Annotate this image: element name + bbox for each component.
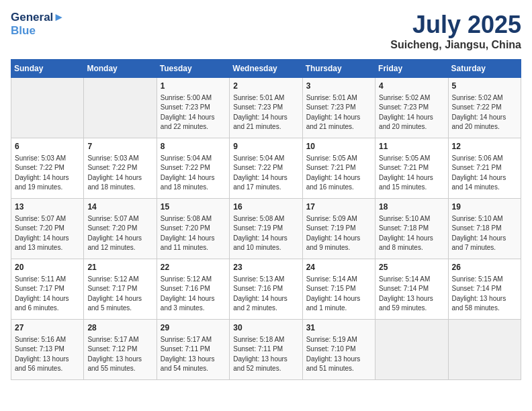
weekday-header: Friday <box>375 60 448 78</box>
weekday-header: Wednesday <box>230 60 302 78</box>
day-info: Sunrise: 5:11 AMSunset: 7:17 PMDaylight:… <box>15 275 80 314</box>
day-number: 14 <box>87 201 152 213</box>
location-title: Suicheng, Jiangsu, China <box>390 39 521 51</box>
day-info: Sunrise: 5:02 AMSunset: 7:22 PMDaylight:… <box>452 93 517 132</box>
calendar-cell: 9Sunrise: 5:04 AMSunset: 7:22 PMDaylight… <box>230 138 302 199</box>
calendar-cell: 7Sunrise: 5:03 AMSunset: 7:22 PMDaylight… <box>84 138 157 199</box>
day-info: Sunrise: 5:14 AMSunset: 7:15 PMDaylight:… <box>306 275 371 314</box>
calendar-cell: 22Sunrise: 5:12 AMSunset: 7:16 PMDayligh… <box>157 259 229 320</box>
logo-subtext: Blue <box>11 24 64 38</box>
day-info: Sunrise: 5:04 AMSunset: 7:22 PMDaylight:… <box>161 154 226 193</box>
calendar-cell <box>448 320 521 380</box>
day-info: Sunrise: 5:05 AMSunset: 7:21 PMDaylight:… <box>306 154 371 193</box>
day-info: Sunrise: 5:19 AMSunset: 7:10 PMDaylight:… <box>306 335 371 374</box>
calendar-cell: 16Sunrise: 5:08 AMSunset: 7:19 PMDayligh… <box>230 199 302 259</box>
day-number: 25 <box>379 262 444 273</box>
day-info: Sunrise: 5:13 AMSunset: 7:16 PMDaylight:… <box>233 275 298 314</box>
day-info: Sunrise: 5:09 AMSunset: 7:19 PMDaylight:… <box>306 214 371 253</box>
day-number: 11 <box>379 141 444 152</box>
weekday-header: Sunday <box>11 60 84 78</box>
day-number: 6 <box>15 141 80 152</box>
calendar-cell: 14Sunrise: 5:07 AMSunset: 7:20 PMDayligh… <box>84 199 157 259</box>
calendar-cell: 27Sunrise: 5:16 AMSunset: 7:13 PMDayligh… <box>11 320 84 380</box>
calendar-cell: 3Sunrise: 5:01 AMSunset: 7:23 PMDaylight… <box>302 78 375 138</box>
calendar-cell: 11Sunrise: 5:05 AMSunset: 7:21 PMDayligh… <box>375 138 448 199</box>
calendar-cell: 25Sunrise: 5:14 AMSunset: 7:14 PMDayligh… <box>375 259 448 320</box>
calendar-week-row: 20Sunrise: 5:11 AMSunset: 7:17 PMDayligh… <box>11 259 521 320</box>
day-info: Sunrise: 5:04 AMSunset: 7:22 PMDaylight:… <box>233 154 298 193</box>
calendar-cell: 12Sunrise: 5:06 AMSunset: 7:21 PMDayligh… <box>448 138 521 199</box>
calendar-cell: 28Sunrise: 5:17 AMSunset: 7:12 PMDayligh… <box>84 320 157 380</box>
day-info: Sunrise: 5:01 AMSunset: 7:23 PMDaylight:… <box>233 93 298 132</box>
day-number: 3 <box>306 81 371 92</box>
weekday-header-row: SundayMondayTuesdayWednesdayThursdayFrid… <box>11 60 521 78</box>
logo: General► Blue <box>11 11 64 38</box>
day-info: Sunrise: 5:12 AMSunset: 7:16 PMDaylight:… <box>161 275 226 314</box>
weekday-header: Saturday <box>448 60 521 78</box>
weekday-header: Thursday <box>302 60 375 78</box>
day-info: Sunrise: 5:03 AMSunset: 7:22 PMDaylight:… <box>15 154 80 193</box>
day-number: 13 <box>15 201 80 213</box>
day-number: 31 <box>306 322 371 334</box>
day-number: 7 <box>87 141 152 152</box>
day-number: 10 <box>306 141 371 152</box>
day-info: Sunrise: 5:06 AMSunset: 7:21 PMDaylight:… <box>452 154 517 193</box>
calendar-week-row: 27Sunrise: 5:16 AMSunset: 7:13 PMDayligh… <box>11 320 521 380</box>
day-number: 22 <box>161 262 226 273</box>
day-info: Sunrise: 5:18 AMSunset: 7:11 PMDaylight:… <box>233 335 298 374</box>
day-number: 23 <box>233 262 298 273</box>
day-number: 20 <box>15 262 80 273</box>
calendar-cell: 15Sunrise: 5:08 AMSunset: 7:20 PMDayligh… <box>157 199 229 259</box>
calendar-table: SundayMondayTuesdayWednesdayThursdayFrid… <box>11 59 521 380</box>
day-number: 26 <box>452 262 517 273</box>
day-info: Sunrise: 5:05 AMSunset: 7:21 PMDaylight:… <box>379 154 444 193</box>
calendar-cell: 13Sunrise: 5:07 AMSunset: 7:20 PMDayligh… <box>11 199 84 259</box>
day-number: 30 <box>233 322 298 334</box>
calendar-cell: 6Sunrise: 5:03 AMSunset: 7:22 PMDaylight… <box>11 138 84 199</box>
weekday-header: Tuesday <box>157 60 229 78</box>
day-number: 21 <box>87 262 152 273</box>
day-info: Sunrise: 5:17 AMSunset: 7:11 PMDaylight:… <box>161 335 226 374</box>
calendar-week-row: 6Sunrise: 5:03 AMSunset: 7:22 PMDaylight… <box>11 138 521 199</box>
day-number: 2 <box>233 81 298 92</box>
calendar-cell: 29Sunrise: 5:17 AMSunset: 7:11 PMDayligh… <box>157 320 229 380</box>
day-info: Sunrise: 5:16 AMSunset: 7:13 PMDaylight:… <box>15 335 80 374</box>
day-info: Sunrise: 5:00 AMSunset: 7:23 PMDaylight:… <box>161 93 226 132</box>
calendar-cell: 21Sunrise: 5:12 AMSunset: 7:17 PMDayligh… <box>84 259 157 320</box>
calendar-cell: 5Sunrise: 5:02 AMSunset: 7:22 PMDaylight… <box>448 78 521 138</box>
day-info: Sunrise: 5:12 AMSunset: 7:17 PMDaylight:… <box>87 275 152 314</box>
day-number: 9 <box>233 141 298 152</box>
day-number: 17 <box>306 201 371 213</box>
day-info: Sunrise: 5:02 AMSunset: 7:23 PMDaylight:… <box>379 93 444 132</box>
calendar-cell: 24Sunrise: 5:14 AMSunset: 7:15 PMDayligh… <box>302 259 375 320</box>
day-info: Sunrise: 5:14 AMSunset: 7:14 PMDaylight:… <box>379 275 444 314</box>
day-info: Sunrise: 5:07 AMSunset: 7:20 PMDaylight:… <box>15 214 80 253</box>
calendar-cell <box>84 78 157 138</box>
day-number: 12 <box>452 141 517 152</box>
day-info: Sunrise: 5:10 AMSunset: 7:18 PMDaylight:… <box>379 214 444 253</box>
calendar-week-row: 13Sunrise: 5:07 AMSunset: 7:20 PMDayligh… <box>11 199 521 259</box>
page-header: General► Blue July 2025 Suicheng, Jiangs… <box>11 11 521 51</box>
day-info: Sunrise: 5:15 AMSunset: 7:14 PMDaylight:… <box>452 275 517 314</box>
calendar-cell <box>375 320 448 380</box>
day-number: 1 <box>161 81 226 92</box>
calendar-cell: 20Sunrise: 5:11 AMSunset: 7:17 PMDayligh… <box>11 259 84 320</box>
title-block: July 2025 Suicheng, Jiangsu, China <box>390 11 521 51</box>
day-number: 19 <box>452 201 517 213</box>
day-number: 5 <box>452 81 517 92</box>
calendar-cell: 10Sunrise: 5:05 AMSunset: 7:21 PMDayligh… <box>302 138 375 199</box>
day-number: 29 <box>161 322 226 334</box>
day-info: Sunrise: 5:01 AMSunset: 7:23 PMDaylight:… <box>306 93 371 132</box>
calendar-cell: 19Sunrise: 5:10 AMSunset: 7:18 PMDayligh… <box>448 199 521 259</box>
calendar-cell: 17Sunrise: 5:09 AMSunset: 7:19 PMDayligh… <box>302 199 375 259</box>
calendar-cell: 2Sunrise: 5:01 AMSunset: 7:23 PMDaylight… <box>230 78 302 138</box>
day-info: Sunrise: 5:08 AMSunset: 7:20 PMDaylight:… <box>161 214 226 253</box>
calendar-week-row: 1Sunrise: 5:00 AMSunset: 7:23 PMDaylight… <box>11 78 521 138</box>
day-number: 15 <box>161 201 226 213</box>
month-title: July 2025 <box>390 11 521 39</box>
calendar-cell: 23Sunrise: 5:13 AMSunset: 7:16 PMDayligh… <box>230 259 302 320</box>
day-number: 28 <box>87 322 152 334</box>
calendar-cell: 18Sunrise: 5:10 AMSunset: 7:18 PMDayligh… <box>375 199 448 259</box>
day-info: Sunrise: 5:07 AMSunset: 7:20 PMDaylight:… <box>87 214 152 253</box>
day-info: Sunrise: 5:03 AMSunset: 7:22 PMDaylight:… <box>87 154 152 193</box>
